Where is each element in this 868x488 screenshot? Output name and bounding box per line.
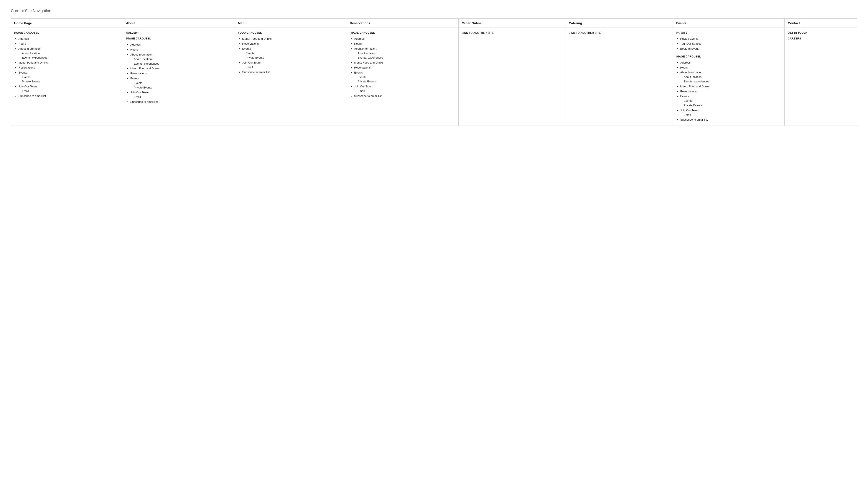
events-private-list: Private Events Tour Our Spaces Book an E… — [676, 37, 782, 51]
indent-text: Events — [242, 51, 344, 56]
about-gallery-label: GALLERY — [126, 31, 232, 35]
list-item: Events Events Private Events — [242, 46, 344, 60]
list-item: Events Events Private Events — [354, 70, 456, 84]
col-header-contact: Contact — [785, 19, 857, 28]
list-item: About information: About location Events… — [354, 46, 456, 60]
homepage-nav-list: Address Hours About information: About l… — [14, 37, 120, 98]
reservations-nav-list: Address Hours About information: About l… — [350, 37, 456, 98]
indent-text: About location — [19, 51, 120, 56]
indent-text: Email — [19, 89, 120, 94]
col-header-about: About — [123, 19, 235, 28]
list-item: Address — [680, 61, 782, 65]
list-item: Subscribe to email list — [19, 94, 120, 98]
list-item: Reservations — [680, 89, 782, 94]
events-nav-list: Address Hours About information: About l… — [676, 61, 782, 122]
indent-text: About location — [130, 57, 232, 62]
indent-text: About location — [354, 51, 456, 56]
indent-text: Private Events — [354, 79, 456, 84]
list-item: About information: About location Events… — [130, 53, 232, 66]
list-item: Subscribe to email list — [242, 70, 344, 75]
indent-text: Events, experiences — [680, 79, 782, 84]
indent-text: Events — [354, 75, 456, 79]
cell-homepage: IMAGE CAROUSEL Address Hours About infor… — [11, 28, 123, 126]
events-private-label: PRIVATE — [676, 31, 782, 35]
cell-order-online: LINK TO ANOTHER SITE — [459, 28, 566, 126]
list-item: Events Events Private Events — [130, 76, 232, 90]
list-item: Reservations — [19, 65, 120, 70]
list-item: Join Our Team Email — [130, 90, 232, 99]
contact-get-in-touch-label: GET IN TOUCH — [788, 31, 854, 35]
col-header-catering: Catering — [566, 19, 673, 28]
indent-text: Email — [354, 89, 456, 94]
col-header-order-online: Order Online — [459, 19, 566, 28]
list-item: Menu: Food and Drinks — [130, 66, 232, 71]
cell-about: GALLERY IMAGE CAROUSEL Address Hours Abo… — [123, 28, 235, 126]
indent-text: Events, experiences — [130, 62, 232, 66]
list-item: Hours — [354, 42, 456, 46]
indent-text: Events, experiences — [354, 56, 456, 60]
homepage-section-label: IMAGE CAROUSEL — [14, 31, 120, 35]
col-header-homepage: Home Page — [11, 19, 123, 28]
list-item: Menu: Food and Drinks — [680, 85, 782, 89]
list-item: Hours — [130, 47, 232, 52]
list-item: Book an Event — [680, 46, 782, 51]
list-item: Reservations — [354, 65, 456, 70]
col-header-events: Events — [673, 19, 785, 28]
list-item: About information: About location Events… — [680, 70, 782, 84]
list-item: Join Our Team Email — [680, 108, 782, 117]
list-item: Reservations — [130, 71, 232, 76]
list-item: Menu: Food and Drinks — [242, 37, 344, 41]
list-item: Hours — [19, 42, 120, 46]
catering-link-label: LINK TO ANOTHER SITE — [569, 31, 601, 34]
list-item: Reservations — [242, 42, 344, 46]
list-item: Subscribe to email list — [680, 118, 782, 122]
list-item: Events Events Private Events — [19, 70, 120, 84]
list-item: Address — [130, 42, 232, 47]
about-section-label: IMAGE CAROUSEL — [126, 37, 232, 41]
indent-text: About location — [680, 75, 782, 79]
list-item: About information: About location Events… — [19, 46, 120, 60]
col-header-menu: Menu — [235, 19, 347, 28]
indent-text: Events — [130, 81, 232, 86]
menu-section-label: FOOD CAROUSEL — [238, 31, 344, 35]
list-item: Subscribe to email list — [354, 94, 456, 98]
list-item: Join Our Team Email — [354, 85, 456, 94]
nav-table: Home Page About Menu Reservations Order … — [11, 19, 857, 126]
about-nav-list: Address Hours About information: About l… — [126, 42, 232, 104]
page-title: Current Site Navigation — [11, 9, 857, 13]
list-item: Menu: Food and Drinks — [19, 61, 120, 65]
list-item: Join Our Team Email — [19, 85, 120, 94]
events-sub-section: IMAGE CAROUSEL Address Hours About infor… — [676, 55, 782, 122]
indent-text: Private Events — [19, 79, 120, 84]
cell-catering: LINK TO ANOTHER SITE — [566, 28, 673, 126]
menu-nav-list: Menu: Food and Drinks Reservations Event… — [238, 37, 344, 74]
indent-text: Events — [680, 99, 782, 103]
reservations-section-label: IMAGE CAROUSEL — [350, 31, 456, 35]
col-header-reservations: Reservations — [347, 19, 459, 28]
list-item: Subscribe to email list — [130, 100, 232, 104]
indent-text: Private Events — [242, 56, 344, 60]
indent-text: Email — [680, 113, 782, 117]
order-online-link-label: LINK TO ANOTHER SITE — [462, 31, 494, 34]
list-item: Address — [19, 37, 120, 41]
list-item: Events Events Private Events — [680, 94, 782, 107]
list-item: Join Our Team Email — [242, 61, 344, 70]
indent-text: Email — [242, 65, 344, 70]
indent-text: Events — [19, 75, 120, 79]
list-item: Private Events — [680, 37, 782, 41]
cell-contact: GET IN TOUCH CAREERS — [785, 28, 857, 126]
indent-text: Events, experiences — [19, 56, 120, 60]
indent-text: Email — [130, 95, 232, 99]
cell-reservations: IMAGE CAROUSEL Address Hours About infor… — [347, 28, 459, 126]
list-item: Tour Our Spaces — [680, 42, 782, 46]
contact-careers-label: CAREERS — [788, 37, 854, 41]
cell-events: PRIVATE Private Events Tour Our Spaces B… — [673, 28, 785, 126]
list-item: Address — [354, 37, 456, 41]
list-item: Menu: Food and Drinks — [354, 61, 456, 65]
indent-text: Private Events — [680, 103, 782, 108]
list-item: Hours — [680, 65, 782, 70]
events-section-label: IMAGE CAROUSEL — [676, 55, 782, 59]
cell-menu: FOOD CAROUSEL Menu: Food and Drinks Rese… — [235, 28, 347, 126]
indent-text: Private Events — [130, 86, 232, 90]
